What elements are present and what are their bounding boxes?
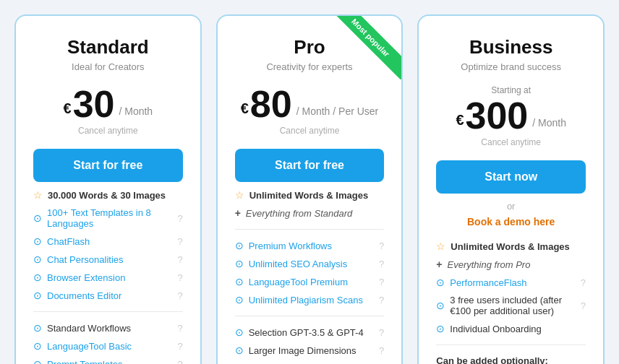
check-icon: ⊙ — [33, 254, 42, 265]
feature-text: Larger Image Dimensions — [249, 345, 357, 356]
price-amount: 30 — [73, 85, 115, 123]
card-subtitle: Creativity for experts — [235, 61, 385, 72]
check-icon: ⊙ — [235, 276, 244, 287]
cta-button[interactable]: Start for free — [235, 149, 385, 182]
help-icon[interactable]: ? — [379, 295, 384, 306]
help-icon[interactable]: ? — [177, 213, 182, 224]
feature-item: ⊙ LanguageTool Premium ? — [235, 276, 385, 287]
feature-item: ⊙ Chat Personalities ? — [33, 254, 183, 265]
help-icon[interactable]: ? — [581, 277, 586, 288]
feature-text: Browser Extension — [47, 272, 125, 283]
feature-text: Everything from Pro — [448, 259, 531, 270]
help-icon[interactable]: ? — [177, 236, 182, 247]
feature-list: ☆ 30.000 Words & 30 Images ⊙ 100+ Text T… — [33, 189, 183, 364]
price-amount: 80 — [250, 85, 292, 123]
card-standard: StandardIdeal for Creators € 30 / Month … — [14, 14, 202, 364]
help-icon[interactable]: ? — [177, 254, 182, 265]
check-icon: ⊙ — [436, 300, 445, 311]
feature-item: ⊙ ChatFlash ? — [33, 235, 183, 247]
plus-icon: + — [235, 207, 241, 219]
feature-item: ☆ Unlimited Words & Images — [235, 189, 385, 201]
check-icon: ⊙ — [33, 235, 42, 247]
check-icon: ⊙ — [235, 258, 244, 269]
feature-text: Standard Workflows — [47, 323, 131, 334]
book-demo-link[interactable]: Book a demo here — [436, 216, 586, 228]
feature-item: ⊙ Prompt Templates ? — [33, 358, 183, 364]
help-icon[interactable]: ? — [379, 345, 384, 356]
help-icon[interactable]: ? — [177, 290, 182, 301]
help-icon[interactable]: ? — [177, 359, 182, 365]
feature-item: ⊙ Larger Image Dimensions ? — [235, 344, 385, 356]
feature-text: Prompt Templates — [47, 359, 123, 365]
feature-text: Premium Workflows — [249, 240, 332, 251]
price-currency: € — [241, 100, 249, 117]
check-icon: ⊙ — [235, 240, 244, 251]
star-icon: ☆ — [235, 189, 244, 201]
help-icon[interactable]: ? — [177, 341, 182, 352]
feature-text: PerformanceFlash — [450, 277, 526, 288]
feature-divider — [235, 229, 385, 230]
card-pro: Most popularProCreativity for experts € … — [216, 14, 404, 364]
feature-text: LanguageTool Basic — [47, 341, 132, 352]
check-icon: ⊙ — [436, 277, 445, 288]
feature-item: ⊙ Selection GPT-3.5 & GPT-4 ? — [235, 326, 385, 338]
feature-text: ChatFlash — [47, 236, 90, 247]
price-period: / Month — [532, 117, 566, 129]
price-period: / Month — [119, 105, 153, 117]
check-icon: ⊙ — [436, 323, 445, 334]
feature-section-label: Can be added optionally: — [436, 355, 586, 364]
card-title: Business — [436, 36, 586, 58]
price-row: € 30 / Month — [33, 85, 183, 123]
card-business: BusinessOptimize brand successStarting a… — [417, 14, 605, 364]
feature-divider — [33, 311, 183, 312]
check-icon: ⊙ — [33, 290, 42, 301]
feature-list: ☆ Unlimited Words & Images + Everything … — [436, 240, 586, 364]
feature-item: ⊙ PerformanceFlash ? — [436, 277, 586, 288]
check-icon: ⊙ — [33, 212, 42, 224]
help-icon[interactable]: ? — [581, 300, 586, 311]
feature-text: Unlimited Words & Images — [249, 190, 368, 201]
feature-item: ⊙ Individual Onboarding — [436, 323, 586, 334]
feature-item: + Everything from Pro — [436, 259, 586, 270]
feature-text: Unlimited Words & Images — [451, 241, 569, 252]
help-icon[interactable]: ? — [379, 240, 384, 251]
starting-at: Starting at — [436, 85, 586, 95]
feature-item: ⊙ 3 free users included (after €100 per … — [436, 295, 586, 316]
card-subtitle: Ideal for Creators — [33, 61, 183, 72]
price-cancel: Cancel anytime — [33, 126, 183, 136]
help-icon[interactable]: ? — [379, 259, 384, 269]
price-cancel: Cancel anytime — [436, 137, 586, 147]
price-currency: € — [64, 100, 72, 117]
price-currency: € — [456, 112, 464, 129]
check-icon: ⊙ — [33, 358, 42, 364]
cta-button[interactable]: Start for free — [33, 149, 183, 182]
feature-text: Unlimited Plagiarism Scans — [249, 295, 363, 306]
card-title: Standard — [33, 36, 183, 58]
card-subtitle: Optimize brand success — [436, 61, 586, 72]
check-icon: ⊙ — [33, 340, 42, 352]
feature-item: ☆ Unlimited Words & Images — [436, 240, 586, 252]
or-text: or — [436, 201, 586, 212]
feature-text: Documents Editor — [47, 290, 121, 301]
help-icon[interactable]: ? — [177, 272, 182, 283]
help-icon[interactable]: ? — [379, 277, 384, 287]
check-icon: ⊙ — [33, 272, 42, 283]
feature-item: ⊙ Unlimited Plagiarism Scans ? — [235, 294, 385, 306]
feature-item: ⊙ Documents Editor ? — [33, 290, 183, 301]
feature-item: + Everything from Standard — [235, 207, 385, 219]
price-amount: 300 — [466, 97, 529, 134]
feature-divider — [235, 316, 385, 316]
cta-button[interactable]: Start now — [436, 160, 586, 194]
pricing-container: StandardIdeal for Creators € 30 / Month … — [14, 14, 605, 364]
check-icon: ⊙ — [33, 322, 42, 334]
star-icon: ☆ — [33, 189, 43, 201]
feature-item: ⊙ Premium Workflows ? — [235, 240, 385, 251]
help-icon[interactable]: ? — [379, 327, 384, 338]
feature-item: ⊙ LanguageTool Basic ? — [33, 340, 183, 352]
feature-item: ⊙ 100+ Text Templates in 8 Languages ? — [33, 207, 183, 229]
feature-text: LanguageTool Premium — [249, 277, 348, 287]
check-icon: ⊙ — [235, 326, 244, 338]
feature-item: ⊙ Browser Extension ? — [33, 272, 183, 283]
feature-text: Selection GPT-3.5 & GPT-4 — [249, 327, 364, 338]
help-icon[interactable]: ? — [177, 323, 182, 334]
